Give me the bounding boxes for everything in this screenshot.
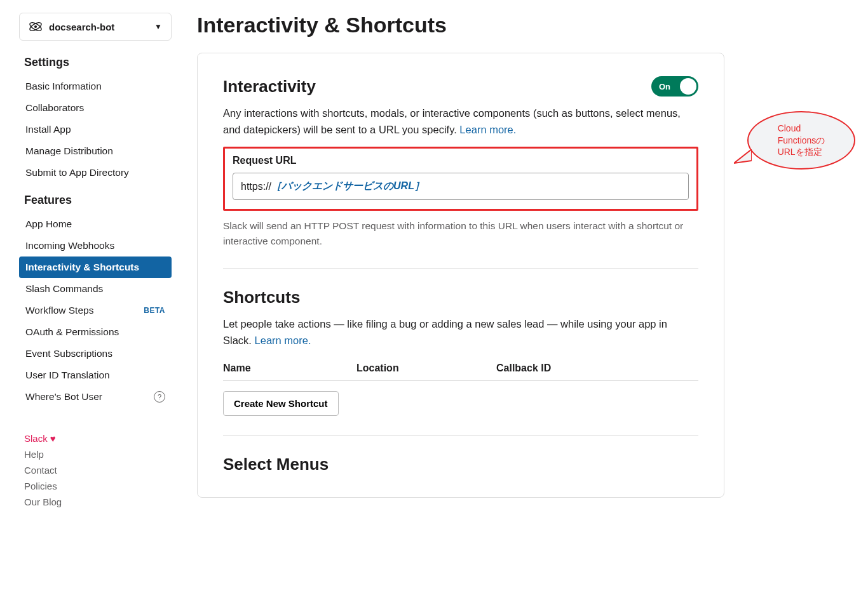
main-content: Interactivity & Shortcuts Interactivity … (184, 13, 849, 510)
col-name: Name (223, 363, 356, 374)
create-shortcut-button[interactable]: Create New Shortcut (223, 391, 339, 416)
col-callback: Callback ID (496, 363, 698, 374)
page-title: Interactivity & Shortcuts (197, 13, 849, 37)
nav-collaborators[interactable]: Collaborators (19, 97, 172, 119)
nav-workflow-steps-label: Workflow Steps (25, 305, 93, 316)
callout-bubble: Cloud Functionsの URLを指定 (747, 111, 855, 170)
nav-wheres-bot-user[interactable]: Where's Bot User ? (19, 386, 172, 408)
interactivity-learn-more[interactable]: Learn more. (459, 124, 516, 135)
nav-install-app[interactable]: Install App (19, 119, 172, 140)
app-name: docsearch-bot (49, 22, 148, 32)
app-selector[interactable]: docsearch-bot ▼ (19, 13, 172, 41)
features-heading: Features (24, 194, 172, 207)
interactivity-header: Interactivity On (223, 76, 698, 97)
interactivity-toggle[interactable]: On (651, 76, 698, 97)
callout-tail-icon (734, 149, 752, 164)
interactivity-description: Any interactions with shortcuts, modals,… (223, 105, 698, 138)
interactivity-desc-text: Any interactions with shortcuts, modals,… (223, 107, 681, 135)
nav-manage-distribution[interactable]: Manage Distribution (19, 140, 172, 162)
content-card: Interactivity On Any interactions with s… (197, 53, 724, 498)
svg-marker-3 (734, 149, 752, 163)
settings-heading: Settings (24, 56, 172, 69)
nav-user-id-translation[interactable]: User ID Translation (19, 364, 172, 386)
help-icon[interactable]: ? (154, 391, 165, 403)
nav-event-subscriptions[interactable]: Event Subscriptions (19, 343, 172, 364)
footer-policies[interactable]: Policies (24, 478, 172, 494)
nav-submit-app-directory[interactable]: Submit to App Directory (19, 162, 172, 183)
callout-line1: Cloud (778, 123, 801, 133)
nav-wheres-bot-user-label: Where's Bot User (25, 391, 102, 403)
url-placeholder: ［バックエンドサービスのURL］ (271, 180, 424, 193)
sidebar: docsearch-bot ▼ Settings Basic Informati… (19, 13, 184, 510)
shortcuts-title: Shortcuts (223, 288, 698, 307)
nav-incoming-webhooks[interactable]: Incoming Webhooks (19, 235, 172, 257)
toggle-label: On (659, 82, 670, 91)
shortcuts-learn-more[interactable]: Learn more. (255, 335, 311, 346)
footer-links: Slack ♥ Help Contact Policies Our Blog (19, 430, 172, 510)
heart-icon: ♥ (50, 433, 56, 444)
caret-down-icon: ▼ (154, 22, 162, 31)
request-url-highlight-box: Request URL https://［バックエンドサービスのURL］ (223, 147, 698, 211)
footer-blog[interactable]: Our Blog (24, 494, 172, 510)
shortcuts-table-header: Name Location Callback ID (223, 363, 698, 381)
col-location: Location (356, 363, 496, 374)
divider (223, 268, 698, 269)
shortcuts-description: Let people take actions — like filing a … (223, 316, 698, 349)
svg-point-2 (35, 26, 37, 28)
callout-line2: Functionsの (778, 135, 825, 145)
divider-2 (223, 435, 698, 436)
annotation-callout: Cloud Functionsの URLを指定 (747, 111, 855, 170)
footer-brand-label: Slack (24, 433, 48, 444)
toggle-knob (680, 78, 696, 95)
nav-workflow-steps[interactable]: Workflow Steps BETA (19, 300, 172, 321)
nav-basic-information[interactable]: Basic Information (19, 76, 172, 97)
callout-line3: URLを指定 (778, 147, 822, 157)
request-url-label: Request URL (233, 155, 689, 166)
callout-text: Cloud Functionsの URLを指定 (778, 123, 825, 159)
interactivity-title: Interactivity (223, 77, 316, 97)
footer-contact[interactable]: Contact (24, 462, 172, 478)
url-prefix: https:// (241, 181, 271, 192)
request-url-help: Slack will send an HTTP POST request wit… (223, 218, 698, 249)
footer-slack[interactable]: Slack ♥ (24, 430, 172, 446)
beta-badge: BETA (144, 306, 165, 315)
app-icon (29, 20, 43, 34)
select-menus-title: Select Menus (223, 455, 698, 474)
nav-interactivity-shortcuts[interactable]: Interactivity & Shortcuts (19, 257, 172, 278)
nav-app-home[interactable]: App Home (19, 213, 172, 235)
nav-slash-commands[interactable]: Slash Commands (19, 278, 172, 300)
request-url-input[interactable]: https://［バックエンドサービスのURL］ (233, 173, 689, 200)
footer-help[interactable]: Help (24, 446, 172, 462)
nav-oauth-permissions[interactable]: OAuth & Permissions (19, 321, 172, 343)
